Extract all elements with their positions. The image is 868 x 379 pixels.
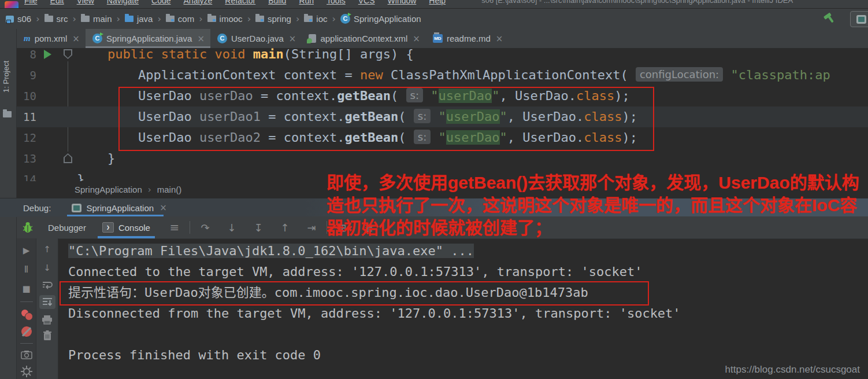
annotation-line: 即使，多次使用getBean()去获取那个对象，发现，UserDao的默认构 <box>327 171 867 194</box>
folder-icon <box>44 16 53 22</box>
code-line-8: 8 public static void main(String[] args)… <box>17 44 868 65</box>
debug-session-label: SpringApplication <box>86 203 154 213</box>
down-the-stack-icon[interactable]: ↓ <box>40 262 54 274</box>
menu-bar: FileEditViewNavigateCodeAnalyzeRefactorB… <box>0 0 868 9</box>
force-step-into-icon[interactable]: ↧ <box>251 222 265 234</box>
run-line-icon[interactable] <box>44 50 51 59</box>
console-output[interactable]: "C:\Program Files\Java\jdk1.8.0_162\bin\… <box>58 241 868 379</box>
line-number: 8 <box>17 44 36 65</box>
breadcrumb-item-ioc[interactable]: ioc <box>304 14 327 24</box>
source-folder-icon <box>125 16 133 22</box>
chevron-icon: › <box>199 13 202 24</box>
close-icon[interactable]: × <box>496 34 503 44</box>
breadcrumb-item-spring[interactable]: spring <box>255 14 291 24</box>
tab-label: UserDao.java <box>231 34 284 43</box>
breadcrumb-item-main[interactable]: main <box>81 14 112 24</box>
separator <box>20 301 33 302</box>
code-token: } <box>77 151 115 165</box>
chevron-icon: › <box>148 185 151 195</box>
console-text: Disconnected from the target VM, address… <box>68 306 681 321</box>
view-breakpoints-icon[interactable] <box>21 308 32 320</box>
close-icon[interactable]: × <box>413 34 420 44</box>
line-number: 14 <box>17 169 36 181</box>
console-line-4: Disconnected from the target VM, address… <box>58 303 868 324</box>
soft-wrap-icon[interactable] <box>42 280 53 289</box>
menu-view[interactable]: View <box>77 0 94 8</box>
clear-all-trash-icon[interactable] <box>43 330 52 341</box>
stop-icon[interactable]: ■ <box>20 282 34 295</box>
project-folder-icon <box>3 111 12 117</box>
breadcrumb-item-java[interactable]: java <box>125 14 153 24</box>
debug-label: Debug: <box>23 203 51 213</box>
menu-help[interactable]: Help <box>429 0 446 8</box>
close-icon[interactable]: × <box>289 34 296 44</box>
run-to-cursor-icon[interactable]: ⇥ <box>305 222 318 234</box>
menu-code[interactable]: Code <box>151 0 170 8</box>
class-icon: C <box>217 34 227 43</box>
app-icon <box>72 204 81 212</box>
code-text: } <box>77 148 868 169</box>
breadcrumb-item-com[interactable]: com <box>166 14 194 24</box>
menu-vcs[interactable]: VCS <box>358 0 375 8</box>
pause-program-icon[interactable]: Ⅱ <box>20 263 34 276</box>
terminal-icon: ❯ <box>102 222 114 233</box>
fold-collapse-icon[interactable] <box>64 49 72 59</box>
breadcrumb-item-springapplication[interactable]: CSpringApplication <box>340 14 421 24</box>
debug-session-tab[interactable]: SpringApplication × <box>67 198 171 217</box>
up-the-stack-icon[interactable]: ↑ <box>40 243 54 256</box>
code-line-13: 13 } <box>17 148 868 169</box>
step-out-icon[interactable]: ↑ <box>278 222 292 234</box>
settings-gear-icon[interactable] <box>21 366 32 377</box>
code-text: ApplicationContext context = new ClassPa… <box>77 65 868 86</box>
fold-end-icon[interactable] <box>64 153 72 163</box>
breadcrumb-item-src[interactable]: src <box>44 14 68 24</box>
tab-debugger[interactable]: Debugger <box>48 223 86 233</box>
print-icon[interactable] <box>42 315 53 325</box>
code-line-9: 9 ApplicationContext context = new Class… <box>17 65 868 86</box>
close-icon[interactable]: × <box>197 34 205 44</box>
menu-run[interactable]: Run <box>299 0 314 8</box>
run-configuration-select[interactable]: Spr <box>850 11 868 27</box>
project-toolwindow-button[interactable]: 1: Project <box>2 61 10 93</box>
menu-window[interactable]: Window <box>388 0 417 8</box>
thread-dump-camera-icon[interactable] <box>21 350 32 359</box>
menu-build[interactable]: Build <box>268 0 286 8</box>
console-highlight-red-box <box>60 281 649 306</box>
breadcrumb-item-imooc[interactable]: imooc <box>207 14 243 24</box>
breadcrumb-item-s06[interactable]: s06 <box>6 14 31 24</box>
code-token: configLocation: <box>636 67 723 82</box>
line-number: 13 <box>17 148 36 169</box>
breadcrumb-label: spring <box>268 14 291 24</box>
restore-layout-icon[interactable]: ≡ <box>168 220 181 234</box>
step-over-icon[interactable]: ↷ <box>198 222 212 234</box>
package-icon <box>166 16 175 22</box>
separator <box>190 221 190 234</box>
menu-tools[interactable]: Tools <box>327 0 346 8</box>
line-number: 11 <box>17 106 36 127</box>
menu-analyze[interactable]: Analyze <box>184 0 213 8</box>
annotation-overlay: 即使，多次使用getBean()去获取那个对象，发现，UserDao的默认构造也… <box>327 171 867 239</box>
mute-breakpoints-icon[interactable] <box>21 326 32 337</box>
resume-program-icon[interactable]: ▶ <box>20 244 34 257</box>
chevron-icon: › <box>296 13 299 24</box>
active-tab-underline <box>98 236 155 238</box>
line-number: 10 <box>17 86 36 106</box>
breadcrumb-method[interactable]: main() <box>157 185 182 194</box>
build-hammer-icon[interactable] <box>821 9 839 27</box>
ide-window: FileEditViewNavigateCodeAnalyzeRefactorB… <box>0 0 868 379</box>
menu-edit[interactable]: Edit <box>50 0 64 8</box>
code-token <box>723 68 730 82</box>
tab-label: pom.xml <box>35 34 68 43</box>
close-icon[interactable]: × <box>159 203 167 213</box>
breadcrumb-class[interactable]: SpringApplication <box>75 185 142 194</box>
step-into-icon[interactable]: ↓ <box>225 222 239 234</box>
tab-console[interactable]: ❯ Console <box>97 216 156 238</box>
console-line-1: "C:\Program Files\Java\jdk1.8.0_162\bin\… <box>58 241 868 262</box>
menu-refactor[interactable]: Refactor <box>225 0 255 8</box>
close-icon[interactable]: × <box>72 34 80 44</box>
scroll-to-end-icon[interactable] <box>39 295 55 309</box>
menu-file[interactable]: File <box>24 0 38 8</box>
menu-navigate[interactable]: Navigate <box>107 0 139 8</box>
code-token <box>77 47 107 61</box>
intellij-logo-icon <box>5 1 18 9</box>
